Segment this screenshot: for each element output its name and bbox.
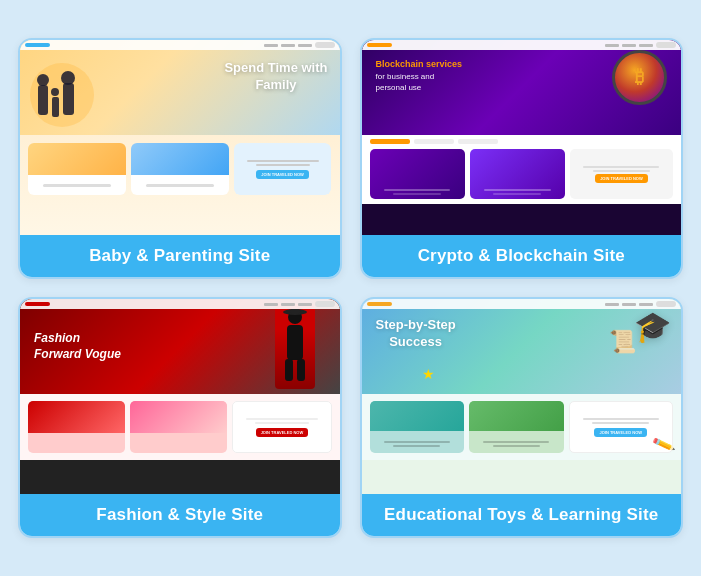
baby-mini-text-1 [28,175,126,195]
edu-nav [362,299,682,309]
crypto-join-btn[interactable]: JOIN TRAVELED NOW [595,174,648,183]
crypto-nav [362,40,682,50]
fashion-nav-item2 [281,303,295,306]
fashion-label: Fashion & Style Site [20,494,340,536]
crypto-tab-1 [370,139,410,144]
edu-img-2 [469,401,564,431]
baby-mini-img-1 [28,143,126,175]
fashion-model-icon [275,304,315,389]
card-edu[interactable]: Step-by-Step Success 🎓 📜 ★ [360,297,684,538]
svg-rect-5 [63,83,74,115]
edu-join-line1 [583,418,659,420]
edu-join-btn[interactable]: JOIN TRAVELED NOW [594,428,647,437]
crypto-card-line2-1 [393,193,441,195]
svg-rect-1 [38,85,48,115]
edu-mini-card-1 [370,401,465,453]
baby-mini-line-2 [146,184,214,187]
edu-join-line2 [592,422,649,424]
baby-nav-logo [25,43,50,47]
fashion-img-2 [130,401,227,433]
baby-mini-text-2 [131,175,229,195]
edu-line-2a [483,441,549,443]
edu-mini-card-2 [469,401,564,453]
edu-line-1a [384,441,450,443]
card-edu-preview: Step-by-Step Success 🎓 📜 ★ [362,299,682,494]
svg-rect-8 [287,325,303,360]
crypto-nav-logo [367,43,392,47]
star-icon: ★ [422,366,435,382]
crypto-cards-row: JOIN TRAVELED NOW [362,144,682,204]
diploma-scroll-icon: 📜 [609,329,636,355]
edu-join-block: JOIN TRAVELED NOW ✏️ [569,401,674,453]
edu-line-2b [493,445,540,447]
crypto-nav-item2 [622,44,636,47]
edu-nav-search [656,301,676,307]
pencil-icon: ✏️ [651,432,676,457]
fashion-mini-card-2 [130,401,227,453]
crypto-tabs [362,135,682,144]
fashion-join-line1 [246,418,317,420]
fashion-hero: Fashion Forward Vogue [20,299,340,394]
main-grid: Spend Time with Family [0,20,701,556]
fashion-nav-item1 [264,303,278,306]
edu-hero: Step-by-Step Success 🎓 📜 ★ [362,299,682,394]
baby-join-line2 [256,164,310,166]
fashion-hero-text: Fashion Forward Vogue [34,331,121,362]
card-baby[interactable]: Spend Time with Family [18,38,342,279]
edu-label: Educational Toys & Learning Site [362,494,682,536]
edu-hero-text: Step-by-Step Success [376,317,456,351]
graduation-cap-icon: 🎓 [634,309,671,344]
card-baby-preview: Spend Time with Family [20,40,340,235]
card-crypto[interactable]: Blockchain services for business and per… [360,38,684,279]
fashion-nav-item3 [298,303,312,306]
baby-hero-text: Spend Time with Family [224,60,327,94]
crypto-mini-card-2 [470,149,565,199]
baby-join-btn[interactable]: JOIN TRAVELED NOW [256,170,309,179]
edu-nav-item1 [605,303,619,306]
edu-nav-item3 [639,303,653,306]
baby-mini-line-1 [43,184,111,187]
fashion-nav [20,299,340,309]
crypto-label: Crypto & Blockchain Site [362,235,682,277]
fashion-nav-search [315,301,335,307]
crypto-hero-text: Blockchain services for business and per… [376,58,463,93]
baby-nav-item2 [281,44,295,47]
crypto-join-block: JOIN TRAVELED NOW [570,149,673,199]
baby-nav-item3 [298,44,312,47]
baby-mini-card-2 [131,143,229,195]
crypto-nav-search [656,42,676,48]
family-silhouette-icon [30,55,95,135]
baby-nav-item1 [264,44,278,47]
svg-point-4 [51,88,59,96]
edu-img-1 [370,401,465,431]
baby-label: Baby & Parenting Site [20,235,340,277]
crypto-join-line2 [593,170,650,172]
svg-point-2 [37,74,49,86]
baby-cards-row: JOIN TRAVELED NOW [20,135,340,195]
baby-mini-img-2 [131,143,229,175]
svg-point-6 [61,71,75,85]
fashion-img-1 [28,401,125,433]
svg-rect-3 [52,97,59,117]
crypto-mini-card-1 [370,149,465,199]
card-fashion[interactable]: Fashion Forward Vogue [18,297,342,538]
baby-join-line1 [247,160,319,162]
baby-mini-card-join: JOIN TRAVELED NOW [234,143,332,195]
crypto-nav-item1 [605,44,619,47]
crypto-card-line2-2 [493,193,541,195]
fashion-join-btn[interactable]: JOIN TRAVELED NOW [256,428,309,437]
crypto-card-line-2 [484,189,551,191]
svg-rect-9 [285,359,293,381]
fashion-mini-card-1 [28,401,125,453]
svg-rect-12 [290,309,300,314]
crypto-coin-icon: ₿ [612,50,667,105]
crypto-card-line-1 [384,189,451,191]
fashion-join-block: JOIN TRAVELED NOW [232,401,331,453]
baby-mini-card-1 [28,143,126,195]
crypto-tab-2 [414,139,454,144]
fashion-nav-logo [25,302,50,306]
crypto-nav-item3 [639,44,653,47]
baby-nav [20,40,340,50]
baby-hero: Spend Time with Family [20,40,340,135]
edu-line-1b [393,445,440,447]
